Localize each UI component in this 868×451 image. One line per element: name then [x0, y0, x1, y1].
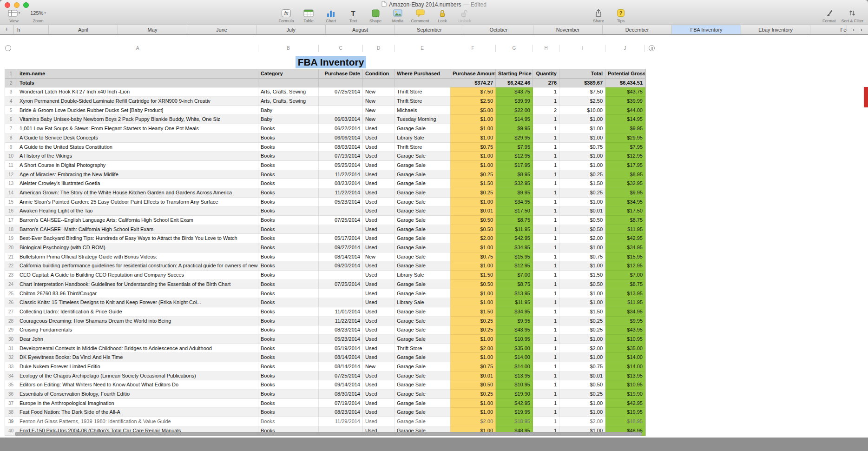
cell[interactable]: $10.95	[605, 380, 645, 390]
row-number-cell[interactable]: 29	[5, 325, 17, 335]
cell[interactable]: $0.25	[450, 170, 496, 179]
cell[interactable]: Duke Nukem Forever Limited Editio	[17, 362, 258, 371]
column-header-I[interactable]: I	[559, 45, 605, 52]
cell[interactable]: Courageous Dreaming: How Shamans Dream t…	[17, 317, 258, 326]
cell[interactable]: Books	[258, 133, 319, 143]
cell[interactable]: Thrift Store	[395, 87, 450, 97]
cell[interactable]: $17.95	[496, 161, 533, 170]
cell[interactable]: Garage Sale	[395, 335, 450, 344]
cell[interactable]: $8.95	[496, 170, 533, 179]
cell[interactable]: $7.95	[605, 143, 645, 152]
cell[interactable]: 11/22/2014	[319, 188, 363, 198]
row-number-cell[interactable]: 28	[5, 317, 17, 326]
cell[interactable]: Starting Price	[496, 69, 533, 79]
cell[interactable]: $1.00	[450, 115, 496, 124]
cell[interactable]: Garage Sale	[395, 390, 450, 399]
text-button[interactable]: T Text	[342, 8, 364, 23]
shape-button[interactable]: Shape	[364, 8, 387, 23]
cell[interactable]: Library Sale	[395, 133, 450, 143]
cell[interactable]: Books	[258, 371, 319, 381]
cell[interactable]: Essentials of Conservation Biology, Four…	[17, 390, 258, 399]
cell[interactable]: Books	[258, 179, 319, 188]
cell[interactable]: Potential Gross	[605, 69, 645, 79]
row-number-cell[interactable]: 12	[5, 170, 17, 179]
cell[interactable]: Collecting Lladro: Identification & Pric…	[17, 307, 258, 317]
cell[interactable]: $34.95	[496, 307, 533, 317]
cell[interactable]: $9.95	[605, 124, 645, 133]
cell[interactable]: 1	[533, 307, 559, 317]
cell[interactable]: $8.75	[496, 280, 533, 289]
cell[interactable]: 1	[533, 353, 559, 362]
cell[interactable]	[319, 271, 363, 280]
cell[interactable]: $13.95	[605, 371, 645, 381]
cell[interactable]: $43.75	[605, 87, 645, 97]
cell[interactable]: $1.00	[450, 289, 496, 298]
cell[interactable]: $9.95	[496, 124, 533, 133]
cell[interactable]: $12.95	[605, 152, 645, 161]
cell[interactable]: Used	[363, 371, 395, 381]
sheet-tab-august[interactable]: August	[326, 25, 395, 34]
sort-filter-button[interactable]: Sort & Filter	[838, 8, 866, 23]
cell[interactable]: 1	[533, 143, 559, 152]
cell[interactable]: $9.95	[605, 317, 645, 326]
cell[interactable]: item-name	[17, 69, 258, 79]
cell[interactable]: A Short Course in Digital Photography	[17, 161, 258, 170]
cell[interactable]: A Guide to the United States Constitutio…	[17, 143, 258, 152]
cell[interactable]: $34.95	[496, 243, 533, 252]
cell[interactable]: Books	[258, 353, 319, 362]
row-number-cell[interactable]: 9	[5, 143, 17, 152]
cell[interactable]: Arts, Crafts, Sewing	[258, 87, 319, 97]
cell[interactable]: Used	[363, 152, 395, 161]
cell[interactable]: 1	[533, 362, 559, 371]
cell[interactable]: $10.00	[559, 106, 605, 115]
cell[interactable]: CEO Capital: A Guide to Building CEO Rep…	[17, 271, 258, 280]
cell[interactable]: 07/25/2014	[319, 280, 363, 289]
cell[interactable]: $8.75	[496, 216, 533, 225]
sheet-tab-november[interactable]: November	[533, 25, 603, 34]
cell[interactable]: $7.00	[496, 271, 533, 280]
cell[interactable]: Books	[258, 234, 319, 243]
cell[interactable]: $12.95	[605, 261, 645, 271]
row-number-cell[interactable]: 23	[5, 271, 17, 280]
cell[interactable]: $0.01	[559, 206, 605, 216]
cell[interactable]: Used	[363, 417, 395, 426]
cell[interactable]: Used	[363, 198, 395, 207]
cell[interactable]: Garage Sale	[395, 216, 450, 225]
cell[interactable]: Used	[363, 216, 395, 225]
cell[interactable]: Used	[363, 188, 395, 198]
cell[interactable]: $14.95	[605, 115, 645, 124]
tab-scroll-right-button[interactable]: ›	[861, 26, 862, 33]
cell[interactable]: $1.00	[559, 335, 605, 344]
cell[interactable]: Baby	[258, 106, 319, 115]
cell[interactable]: Bride & Groom Love Duckies Rubber Ducks …	[17, 106, 258, 115]
cell[interactable]: $1.00	[450, 399, 496, 408]
sheet-tab-july[interactable]: July	[256, 25, 326, 34]
cell[interactable]: Garage Sale	[395, 317, 450, 326]
cell[interactable]: $0.50	[559, 280, 605, 289]
cell[interactable]: $1.00	[450, 161, 496, 170]
media-button[interactable]: Media	[387, 8, 409, 23]
cell[interactable]: 07/25/2014	[319, 216, 363, 225]
cell[interactable]: Books	[258, 124, 319, 133]
cell[interactable]: Garage Sale	[395, 161, 450, 170]
cell[interactable]: Used	[363, 143, 395, 152]
cell[interactable]: Used	[363, 335, 395, 344]
cell[interactable]: $35.00	[605, 344, 645, 353]
column-header-E[interactable]: E	[394, 45, 450, 52]
cell[interactable]: $43.75	[496, 87, 533, 97]
cell[interactable]: Used	[363, 325, 395, 335]
row-number-cell[interactable]: 26	[5, 298, 17, 307]
cell[interactable]: $6,434.51	[605, 79, 645, 88]
cell[interactable]: Books	[258, 380, 319, 390]
cell[interactable]: $1.00	[450, 124, 496, 133]
cell[interactable]: $29.95	[605, 133, 645, 143]
cell[interactable]: Garage Sale	[395, 280, 450, 289]
cell[interactable]: Library Sale	[395, 271, 450, 280]
cell[interactable]: Garage Sale	[395, 289, 450, 298]
cell[interactable]: Books	[258, 325, 319, 335]
cell[interactable]: Garage Sale	[395, 380, 450, 390]
cell[interactable]: Garage Sale	[395, 371, 450, 381]
cell[interactable]: 09/14/2014	[319, 380, 363, 390]
cell[interactable]: 1,001 Low-Fat Soups & Stews: From Elegan…	[17, 124, 258, 133]
cell[interactable]: Barron's CAHSEE--Math: California High S…	[17, 225, 258, 234]
